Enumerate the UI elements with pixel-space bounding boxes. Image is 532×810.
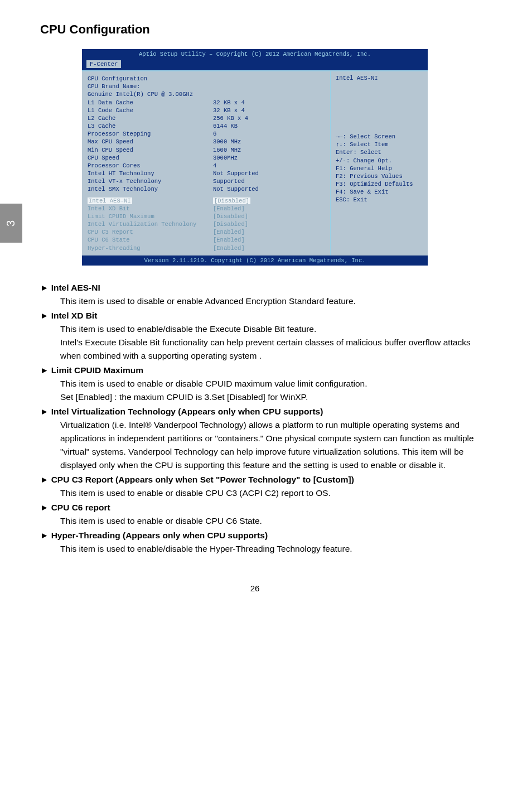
bios-row-value: 1600 MHz: [213, 146, 241, 154]
desc-item-heading: ► CPU C6 report: [40, 501, 487, 514]
bios-help-line: +/-: Change Opt.: [336, 157, 423, 165]
bios-row-value: Not Supported: [213, 170, 259, 177]
desc-item-heading: ► Limit CPUID Maximum: [40, 364, 487, 377]
bios-option-key: CPU C6 State: [88, 236, 213, 244]
bios-row-value: 32 KB x 4: [213, 107, 245, 114]
bios-row-key: L1 Code Cache: [88, 107, 213, 114]
bios-brand-value: Genuine Intel(R) CPU @ 3.00GHz: [88, 90, 213, 98]
bios-footer: Version 2.11.1210. Copyright (C) 2012 Am…: [82, 255, 428, 266]
bios-row-key: L3 Cache: [88, 122, 213, 130]
bios-section-title: CPU Configuration: [88, 75, 213, 83]
bios-row-key: Intel VT-x Technolony: [88, 177, 213, 185]
bios-option-value: [Disabled]: [213, 220, 248, 228]
bios-help-line: F4: Save & Exit: [336, 188, 423, 196]
bios-row-key: Min CPU Speed: [88, 146, 213, 154]
bios-title-bar: Aptio Setup Utility – Copyright (C) 2012…: [82, 49, 428, 59]
bios-row-key: Processor Stepping: [88, 130, 213, 138]
desc-item-body: This item is used to enable or disable C…: [60, 486, 487, 500]
bios-option-key: Limit CPUID Maximum: [88, 213, 213, 220]
bios-option-key: Intel XD Bit: [88, 205, 213, 213]
bios-option-value: [Disabled]: [213, 213, 248, 220]
bios-brand-label: CPU Brand Name:: [88, 83, 213, 90]
desc-item-body: This item is used to enable or disable C…: [60, 377, 487, 390]
desc-item-heading: ► CPU C3 Report (Appears only when Set "…: [40, 473, 487, 486]
bios-help-line: F3: Optimized Defaults: [336, 180, 423, 188]
bios-row-value: 6: [213, 130, 216, 138]
bios-option-value: [Enabled]: [213, 205, 245, 213]
bios-row-key: Max CPU Speed: [88, 138, 213, 146]
bios-help-line: ESC: Exit: [336, 196, 423, 204]
bios-tabs: F-Center: [82, 59, 428, 70]
bios-screenshot: Aptio Setup Utility – Copyright (C) 2012…: [82, 49, 428, 266]
bios-row-key: L2 Cache: [88, 114, 213, 122]
desc-item-heading: ► Hyper-Threading (Appears only when CPU…: [40, 529, 487, 542]
bios-tab-fcenter: F-Center: [86, 60, 121, 68]
chapter-number: 3: [5, 220, 18, 226]
bios-row-value: 4: [213, 162, 216, 170]
bios-help-line: ↑↓: Select Item: [336, 141, 423, 148]
bios-selected-key: Intel AES-NI: [88, 197, 132, 204]
page-heading: CPU Configuration: [40, 22, 487, 37]
bios-help-line: F2: Previous Values: [336, 172, 423, 180]
bios-option-key: CPU C3 Report: [88, 228, 213, 236]
bios-help-line: Enter: Select: [336, 148, 423, 156]
bios-row-value: Not Supported: [213, 185, 259, 193]
desc-item-body: This item is used to enable/disable the …: [60, 322, 487, 336]
bios-row-key: Intel SMX Technolony: [88, 185, 213, 193]
bios-row-value: 3000 MHz: [213, 138, 241, 146]
bios-option-key: Hyper-threading: [88, 244, 213, 252]
desc-item-heading: ► Intel XD Bit: [40, 309, 487, 322]
bios-row-value: 32 KB x 4: [213, 99, 245, 107]
bios-option-value: [Enabled]: [213, 236, 245, 244]
page-number: 26: [22, 584, 487, 593]
description-section: ► Intel AES-NIThis item is used to disab…: [40, 281, 487, 556]
bios-row-key: Processor Cores: [88, 162, 213, 170]
bios-row-key: Intel HT Technolony: [88, 170, 213, 177]
bios-row-key: CPU Speed: [88, 154, 213, 162]
desc-item-body: Virtualization (i.e. Intel® Vanderpool T…: [60, 418, 487, 472]
bios-help-title: Intel AES-NI: [336, 75, 423, 81]
desc-item-body: This item is used to enable or disable C…: [60, 514, 487, 528]
desc-item-body: Set [Enabled] : the maxium CPUID is 3.Se…: [60, 390, 487, 404]
bios-option-value: [Enabled]: [213, 228, 245, 236]
bios-help-line: F1: General Help: [336, 165, 423, 172]
desc-item-body: This item is used to disable or enable A…: [60, 295, 487, 308]
bios-row-value: 6144 KB: [213, 122, 238, 130]
desc-item-body: Intel's Execute Disable Bit functionalit…: [60, 336, 487, 363]
bios-row-value: 3000MHz: [213, 154, 238, 162]
desc-item-heading: ► Intel Virtualization Technology (Appea…: [40, 405, 487, 418]
desc-item-body: This item is used to enable/disable the …: [60, 542, 487, 556]
bios-left-panel: CPU Configuration CPU Brand Name: Genuin…: [82, 71, 330, 255]
bios-option-key: Intel Virtualization Technolony: [88, 220, 213, 228]
bios-right-panel: Intel AES-NI →←: Select Screen↑↓: Select…: [330, 71, 428, 255]
chapter-tab: 3: [0, 204, 22, 243]
desc-item-heading: ► Intel AES-NI: [40, 281, 487, 295]
bios-help-line: →←: Select Screen: [336, 133, 423, 141]
bios-row-value: 256 KB x 4: [213, 114, 248, 122]
bios-row-value: Supported: [213, 177, 245, 185]
bios-option-value: [Enabled]: [213, 244, 245, 252]
bios-row-key: L1 Data Cache: [88, 99, 213, 107]
bios-selected-value: [Disabled]: [213, 197, 250, 204]
